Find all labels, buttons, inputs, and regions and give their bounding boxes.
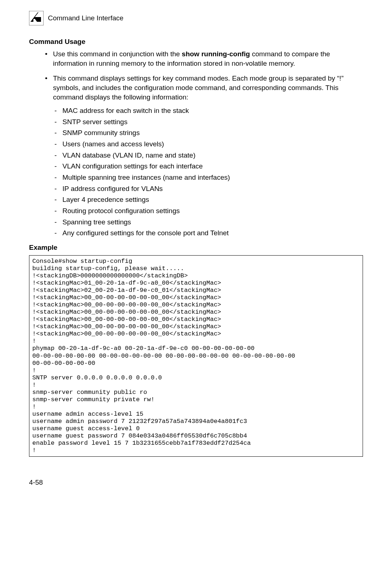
list-item: Use this command in conjunction with the…: [53, 49, 363, 68]
list-item: IP address configured for VLANs: [62, 184, 363, 194]
list-item: VLAN configuration settings for each int…: [62, 162, 363, 171]
text-fragment: This command displays settings for key c…: [53, 74, 343, 101]
text-fragment: Use this command in conjunction with the: [53, 50, 182, 58]
text-fragment-bold: show running-config: [182, 50, 250, 58]
page-number: 4-58: [29, 479, 363, 486]
list-item: SNMP community strings: [62, 128, 363, 138]
chapter-number-icon: [29, 11, 44, 25]
list-item: Routing protocol configuration settings: [62, 206, 363, 216]
list-item: VLAN database (VLAN ID, name and state): [62, 151, 363, 160]
list-item: MAC address for each switch in the stack: [62, 106, 363, 115]
list-item: Any configured settings for the console …: [62, 228, 363, 238]
sub-list: MAC address for each switch in the stack…: [53, 106, 363, 238]
command-usage-list: Use this command in conjunction with the…: [29, 49, 363, 238]
list-item: SNTP server settings: [62, 117, 363, 127]
list-item: Multiple spanning tree instances (name a…: [62, 173, 363, 182]
svg-marker-2: [35, 19, 41, 22]
example-heading: Example: [29, 244, 363, 252]
list-item: Spanning tree settings: [62, 217, 363, 227]
list-item: Users (names and access levels): [62, 139, 363, 149]
example-code-block: Console#show startup-config building sta…: [29, 255, 363, 457]
page-header: Command Line Interface: [29, 11, 363, 25]
list-item: Layer 4 precedence settings: [62, 195, 363, 204]
list-item: This command displays settings for key c…: [53, 74, 363, 238]
command-usage-heading: Command Usage: [29, 38, 363, 46]
header-title: Command Line Interface: [48, 14, 123, 22]
